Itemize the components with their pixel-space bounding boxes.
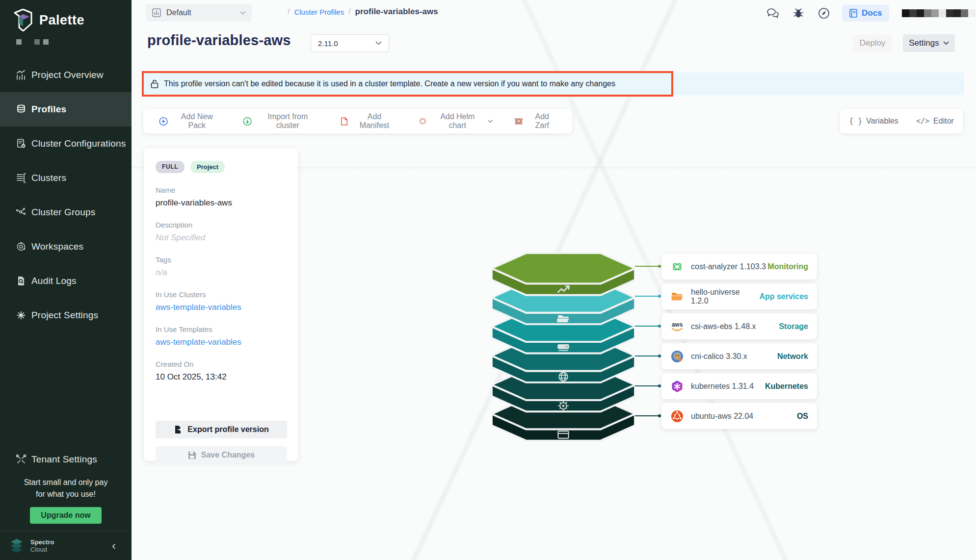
button-label: Variables <box>866 117 898 126</box>
sidebar-item-profiles[interactable]: Profiles <box>0 92 132 127</box>
pack-card-cni-calico[interactable]: cni-calico 3.30.x Network <box>661 343 817 369</box>
profile-scope-badge: Project <box>190 161 225 173</box>
project-selector-dropdown[interactable]: Default <box>146 4 252 22</box>
feedback-chat-icon[interactable] <box>765 6 780 21</box>
export-profile-version-button[interactable]: Export profile version <box>156 421 287 438</box>
spectro-cloud-wordmark: Spectro Cloud <box>30 538 54 553</box>
import-arrow-circle-icon <box>243 117 252 126</box>
pack-layer-label: Storage <box>779 322 808 331</box>
collapse-sidebar-chevron-icon[interactable]: ‹ <box>112 539 116 553</box>
connector-line <box>635 415 660 416</box>
calico-icon <box>670 350 684 363</box>
page-title: profile-variables-aws <box>147 32 291 49</box>
upsell-text-line1: Start small and only pay <box>0 477 132 488</box>
pack-name: kubernetes 1.31.4 <box>691 382 765 391</box>
connector-dot <box>658 295 661 298</box>
add-new-pack-button[interactable]: Add New Pack <box>148 109 232 133</box>
sidebar-item-label: Project Settings <box>31 310 98 321</box>
sidebar-item-tenant-settings[interactable]: Tenant Settings <box>0 444 132 475</box>
connector-line <box>635 266 660 267</box>
import-from-cluster-button[interactable]: Import from cluster <box>232 109 330 133</box>
editor-button[interactable]: </> Editor <box>916 117 954 126</box>
button-label: Add Zarf <box>528 112 556 130</box>
orbit-icon <box>15 241 27 253</box>
pack-name: cost-analyzer 1.103.3 <box>691 262 767 271</box>
pack-name: ubuntu-aws 22.04 <box>691 412 797 421</box>
redaction-gap <box>40 39 43 45</box>
tools-icon <box>15 454 27 465</box>
sidebar-item-clusters[interactable]: Clusters <box>0 161 132 195</box>
pack-layer-label: OS <box>797 412 808 421</box>
pack-card-hello-universe[interactable]: hello-universe 1.2.0 App services <box>661 283 817 309</box>
connector-line <box>635 326 660 327</box>
sidebar-item-label: Cluster Groups <box>31 207 96 218</box>
redacted-username <box>902 9 976 17</box>
connector-dot <box>658 414 661 417</box>
pack-card-ubuntu-aws[interactable]: ubuntu-aws 22.04 OS <box>661 403 817 429</box>
aws-icon: aws <box>670 320 684 333</box>
bug-report-icon[interactable] <box>791 6 806 21</box>
button-label: Editor <box>933 117 954 126</box>
ubuntu-icon <box>670 409 684 423</box>
sidebar-item-cluster-configurations[interactable]: Cluster Configurations <box>0 127 132 161</box>
sidebar-item-label: Cluster Configurations <box>31 138 126 149</box>
upsell-text-line2: for what you use! <box>0 488 132 500</box>
docs-button[interactable]: Docs <box>842 5 889 22</box>
sidebar-item-project-overview[interactable]: Project Overview <box>0 58 132 92</box>
project-selector-value: Default <box>166 8 240 17</box>
profile-info-card: FULL Project Name profile-variables-aws … <box>144 148 298 461</box>
field-description: Description Not Specified <box>156 221 286 243</box>
sidebar-item-audit-logs[interactable]: Audit Logs <box>0 264 132 298</box>
stack-layer-monitoring <box>492 253 635 295</box>
breadcrumb-link-cluster-profiles[interactable]: Cluster Profiles <box>294 8 344 16</box>
in-use-cluster-link[interactable]: aws-template-variables <box>156 303 286 312</box>
book-icon <box>849 8 858 18</box>
pack-card-cost-analyzer[interactable]: cost-analyzer 1.103.3 Monitoring <box>661 254 817 280</box>
sidebar-item-cluster-groups[interactable]: Cluster Groups <box>0 195 132 229</box>
profile-version-value: 2.11.0 <box>318 39 375 48</box>
kubernetes-icon <box>670 380 684 393</box>
project-scope-icon <box>152 8 161 18</box>
connector-dot <box>658 325 661 328</box>
braces-icon: { } <box>849 117 862 126</box>
pack-layer-label: Monitoring <box>767 262 808 271</box>
pack-layer-label: Kubernetes <box>765 382 808 391</box>
manifest-document-icon <box>341 117 348 126</box>
helm-chart-icon <box>418 116 427 126</box>
save-floppy-icon <box>188 451 196 459</box>
pack-name: csi-aws-ebs 1.48.x <box>691 322 779 331</box>
zarf-package-icon <box>514 117 523 126</box>
add-zarf-button[interactable]: Add Zarf <box>503 109 567 133</box>
in-use-template-link[interactable]: aws-template-variables <box>156 337 286 347</box>
audit-icon <box>15 275 27 287</box>
compass-help-icon[interactable] <box>817 6 831 21</box>
pack-card-kubernetes[interactable]: kubernetes 1.31.4 Kubernetes <box>661 373 817 399</box>
deploy-button[interactable]: Deploy <box>853 34 892 52</box>
redacted-tenant-label <box>16 39 49 45</box>
profile-version-dropdown[interactable]: 2.11.0 <box>311 34 389 52</box>
docs-button-label: Docs <box>862 8 882 18</box>
sidebar-item-label: Clusters <box>31 173 66 183</box>
variables-button[interactable]: { } Variables <box>849 117 898 126</box>
upgrade-now-button[interactable]: Upgrade now <box>30 507 101 524</box>
add-manifest-button[interactable]: Add Manifest <box>330 109 407 133</box>
redaction-block <box>946 9 953 17</box>
redaction-block <box>953 9 961 17</box>
sidebar-item-project-settings[interactable]: Project Settings <box>0 298 132 332</box>
kubecost-icon <box>670 260 684 274</box>
chevron-down-icon <box>943 41 949 45</box>
field-value: profile-variables-aws <box>156 198 286 208</box>
gear-icon <box>15 309 27 321</box>
settings-button[interactable]: Settings <box>903 34 955 52</box>
save-changes-button[interactable]: Save Changes <box>156 446 287 464</box>
pack-card-csi-aws-ebs[interactable]: aws csi-aws-ebs 1.48.x Storage <box>661 313 817 339</box>
sidebar-item-workspaces[interactable]: Workspaces <box>0 229 132 264</box>
readonly-warning-banner: This profile version can't be edited bec… <box>143 73 964 95</box>
redaction-block <box>16 39 22 45</box>
connector-dot <box>658 384 661 387</box>
field-label: In Use Templates <box>156 325 286 333</box>
chevron-down-icon <box>488 120 493 123</box>
spectro-cloud-logo-icon <box>8 537 26 555</box>
connector-dot <box>658 355 661 357</box>
add-helm-chart-button[interactable]: Add Helm chart <box>407 109 504 133</box>
